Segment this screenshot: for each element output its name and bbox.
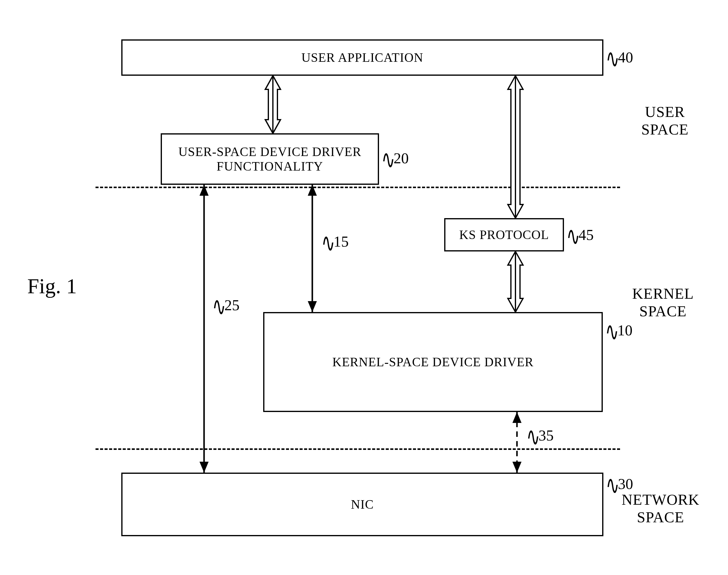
svg-marker-10 xyxy=(512,412,521,423)
box-ks-protocol: KS PROTOCOL xyxy=(444,218,564,251)
svg-marker-8 xyxy=(199,462,209,473)
region-user-space: USER SPACE xyxy=(641,103,689,138)
arrow-userapp-ksprotocol xyxy=(503,76,528,218)
ref-35: 35 xyxy=(538,427,553,444)
ref-tilde-40: ∿ xyxy=(606,43,620,74)
svg-marker-11 xyxy=(512,462,521,473)
ref-30: 30 xyxy=(618,475,633,493)
diagram-canvas: Fig. 1 USER SPACE KERNEL SPACE NETWORK S… xyxy=(0,0,728,575)
box-ks-protocol-label: KS PROTOCOL xyxy=(459,228,549,242)
ref-tilde-35: ∿ xyxy=(526,421,540,452)
box-nic-label: NIC xyxy=(351,497,374,512)
box-nic: NIC xyxy=(121,473,603,536)
figure-label: Fig. 1 xyxy=(27,274,77,298)
ref-15: 15 xyxy=(334,233,349,250)
svg-marker-7 xyxy=(199,185,209,196)
ref-tilde-15: ∿ xyxy=(321,228,335,258)
ref-10: 10 xyxy=(617,322,632,339)
ref-20: 20 xyxy=(393,149,409,167)
box-user-space-driver: USER-SPACE DEVICE DRIVER FUNCTIONALITY xyxy=(161,133,379,185)
ref-tilde-25: ∿ xyxy=(212,291,226,322)
box-user-space-driver-label: USER-SPACE DEVICE DRIVER FUNCTIONALITY xyxy=(178,144,361,174)
arrow-35 xyxy=(509,412,525,473)
ref-tilde-20: ∿ xyxy=(381,144,395,175)
box-user-application-label: USER APPLICATION xyxy=(302,50,423,65)
boundary-kernel-network xyxy=(96,448,620,450)
arrow-25 xyxy=(196,185,212,473)
arrow-userapp-userspacedriver xyxy=(261,76,285,133)
arrow-15 xyxy=(305,185,320,312)
svg-marker-5 xyxy=(308,301,317,312)
svg-marker-4 xyxy=(308,185,317,196)
arrow-ksprotocol-kerneldriver xyxy=(503,251,528,312)
box-kernel-driver: KERNEL-SPACE DEVICE DRIVER xyxy=(263,312,603,412)
ref-tilde-45: ∿ xyxy=(566,221,580,251)
ref-45: 45 xyxy=(578,226,594,244)
region-kernel-space: KERNEL SPACE xyxy=(632,285,694,320)
box-user-application: USER APPLICATION xyxy=(121,39,603,76)
ref-40: 40 xyxy=(618,48,633,66)
box-kernel-driver-label: KERNEL-SPACE DEVICE DRIVER xyxy=(332,355,534,369)
ref-tilde-10: ∿ xyxy=(605,316,619,347)
ref-25: 25 xyxy=(224,296,240,314)
region-network-space: NETWORK SPACE xyxy=(622,491,699,526)
boundary-user-kernel xyxy=(96,187,620,188)
ref-tilde-30: ∿ xyxy=(606,470,620,501)
